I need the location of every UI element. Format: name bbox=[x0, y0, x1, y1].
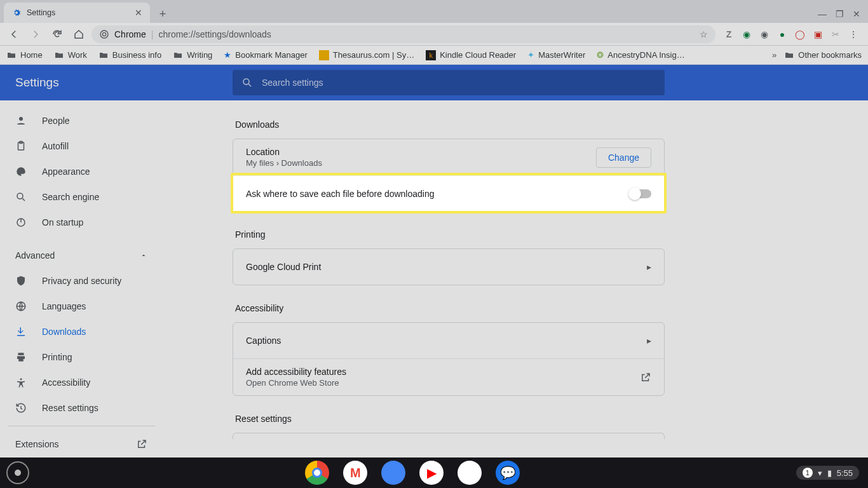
reset-card bbox=[233, 433, 665, 439]
favicon: ❂ bbox=[597, 50, 604, 60]
sidebar-item-printing[interactable]: Printing bbox=[0, 344, 163, 370]
bookmark-item[interactable]: ✦MasterWriter bbox=[527, 50, 585, 60]
svg-point-0 bbox=[100, 30, 108, 38]
messages-app-icon[interactable]: 💬 bbox=[496, 461, 520, 485]
bookmark-item[interactable]: ❂AncestryDNA Insig… bbox=[597, 50, 684, 60]
add-accessibility-row[interactable]: Add accessibility features Open Chrome W… bbox=[233, 358, 664, 395]
ask-where-toggle[interactable] bbox=[630, 189, 651, 198]
chromeos-shelf: M ▶ ▶ 💬 1 ▾ ▮ 5:55 bbox=[0, 458, 868, 488]
sidebar-item-extensions[interactable]: Extensions bbox=[0, 431, 163, 457]
notification-count: 1 bbox=[803, 468, 813, 478]
bookmark-item[interactable]: Writing bbox=[173, 50, 212, 60]
folder-icon bbox=[173, 50, 183, 60]
ext-icon[interactable]: ▣ bbox=[812, 29, 824, 40]
window-controls: — ❐ ✕ bbox=[810, 9, 868, 23]
close-window-icon[interactable]: ✕ bbox=[853, 9, 860, 19]
star-icon: ★ bbox=[224, 50, 231, 60]
sidebar-item-downloads[interactable]: Downloads bbox=[0, 319, 163, 344]
address-bar[interactable]: Chrome | chrome://settings/downloads ☆ bbox=[92, 25, 715, 43]
bookmark-item[interactable]: Business info bbox=[98, 50, 161, 60]
docs-app-icon[interactable] bbox=[381, 461, 405, 485]
system-tray[interactable]: 1 ▾ ▮ 5:55 bbox=[796, 466, 859, 480]
section-title-accessibility: Accessibility bbox=[235, 303, 665, 313]
sidebar-item-languages[interactable]: Languages bbox=[0, 294, 163, 319]
svg-point-2 bbox=[243, 79, 249, 85]
youtube-app-icon[interactable]: ▶ bbox=[419, 461, 444, 485]
ext-icon[interactable]: Z bbox=[723, 29, 735, 40]
section-title-printing: Printing bbox=[235, 229, 665, 240]
bookmark-item[interactable]: Thesaurus.com | Sy… bbox=[319, 50, 414, 60]
settings-sidebar: People Autofill Appearance Search engine… bbox=[0, 100, 163, 458]
bookmark-item[interactable]: kKindle Cloud Reader bbox=[426, 50, 516, 60]
bookmark-item[interactable]: Work bbox=[54, 50, 87, 60]
extensions-area: Z ◉ ◉ ● ◯ ▣ ✂ ⋮ bbox=[719, 29, 863, 40]
browser-menu-icon[interactable]: ⋮ bbox=[848, 29, 859, 40]
sidebar-item-reset[interactable]: Reset settings bbox=[0, 395, 163, 421]
home-button[interactable] bbox=[70, 25, 88, 43]
bookmark-item[interactable]: ★Bookmark Manager bbox=[224, 50, 307, 60]
chrome-page-icon bbox=[99, 29, 109, 39]
settings-title: Settings bbox=[0, 76, 216, 90]
sidebar-item-people[interactable]: People bbox=[0, 108, 163, 133]
print-icon bbox=[15, 351, 27, 363]
settings-header: Settings Search settings bbox=[0, 65, 868, 100]
sidebar-item-privacy[interactable]: Privacy and security bbox=[0, 268, 163, 294]
sidebar-item-accessibility[interactable]: Accessibility bbox=[0, 370, 163, 395]
ask-where-label: Ask where to save each file before downl… bbox=[246, 189, 435, 199]
omnibox-url: chrome://settings/downloads bbox=[158, 29, 271, 39]
search-placeholder: Search settings bbox=[262, 78, 323, 88]
sidebar-item-on-startup[interactable]: On startup bbox=[0, 210, 163, 235]
svg-point-3 bbox=[19, 117, 23, 121]
downloads-card: Location My files › Downloads Change Ask… bbox=[233, 139, 665, 212]
sidebar-item-search-engine[interactable]: Search engine bbox=[0, 184, 163, 210]
location-value: My files › Downloads bbox=[246, 158, 322, 168]
bookmark-overflow-icon[interactable]: » bbox=[772, 50, 776, 60]
back-button[interactable] bbox=[5, 25, 23, 43]
ext-icon[interactable]: ✂ bbox=[830, 29, 841, 40]
change-location-button[interactable]: Change bbox=[596, 147, 651, 168]
maximize-icon[interactable]: ❐ bbox=[836, 9, 844, 19]
location-label: Location bbox=[246, 147, 322, 157]
printing-card: Google Cloud Print ▸ bbox=[233, 248, 665, 285]
ext-icon[interactable]: ● bbox=[776, 29, 788, 40]
shelf-apps: M ▶ ▶ 💬 bbox=[305, 461, 520, 485]
clipboard-icon bbox=[15, 140, 27, 152]
search-icon bbox=[15, 191, 27, 203]
new-tab-button[interactable]: + bbox=[154, 5, 172, 23]
tab-title: Settings bbox=[27, 8, 55, 17]
other-bookmarks[interactable]: Other bookmarks bbox=[784, 50, 862, 60]
tabstrip: Settings ✕ + — ❐ ✕ bbox=[0, 0, 868, 23]
settings-content: Downloads Location My files › Downloads … bbox=[163, 100, 868, 458]
folder-icon bbox=[784, 50, 794, 60]
settings-main: People Autofill Appearance Search engine… bbox=[0, 100, 868, 458]
bookmark-star-icon[interactable]: ☆ bbox=[700, 29, 708, 39]
sidebar-divider bbox=[8, 426, 155, 426]
cloud-print-row[interactable]: Google Cloud Print ▸ bbox=[233, 249, 664, 285]
reload-button[interactable] bbox=[48, 25, 66, 43]
sidebar-item-appearance[interactable]: Appearance bbox=[0, 159, 163, 184]
sidebar-item-autofill[interactable]: Autofill bbox=[0, 133, 163, 159]
launcher-button[interactable] bbox=[6, 461, 29, 484]
ext-icon[interactable]: ◉ bbox=[741, 29, 752, 40]
search-icon bbox=[241, 77, 253, 88]
forward-button[interactable] bbox=[27, 25, 44, 43]
favicon: k bbox=[426, 50, 436, 60]
browser-tab[interactable]: Settings ✕ bbox=[4, 3, 150, 23]
bookmarks-bar: Home Work Business info Writing ★Bookmar… bbox=[0, 46, 868, 65]
favicon bbox=[319, 50, 329, 60]
captions-row[interactable]: Captions ▸ bbox=[233, 323, 664, 358]
chevron-right-icon: ▸ bbox=[647, 262, 651, 272]
ext-icon[interactable]: ◉ bbox=[759, 29, 770, 40]
play-store-icon[interactable]: ▶ bbox=[458, 461, 482, 485]
minimize-icon[interactable]: — bbox=[818, 9, 827, 19]
section-title-reset: Reset settings bbox=[235, 414, 665, 424]
gmail-app-icon[interactable]: M bbox=[343, 461, 367, 485]
ask-where-to-save-row[interactable]: Ask where to save each file before downl… bbox=[233, 175, 664, 211]
settings-search-input[interactable]: Search settings bbox=[233, 70, 665, 95]
battery-icon: ▮ bbox=[827, 468, 832, 478]
sidebar-advanced-toggle[interactable]: Advanced bbox=[0, 243, 163, 268]
close-tab-icon[interactable]: ✕ bbox=[135, 8, 142, 18]
bookmark-item[interactable]: Home bbox=[6, 50, 43, 60]
chrome-app-icon[interactable] bbox=[305, 461, 329, 485]
ext-icon[interactable]: ◯ bbox=[794, 29, 806, 40]
